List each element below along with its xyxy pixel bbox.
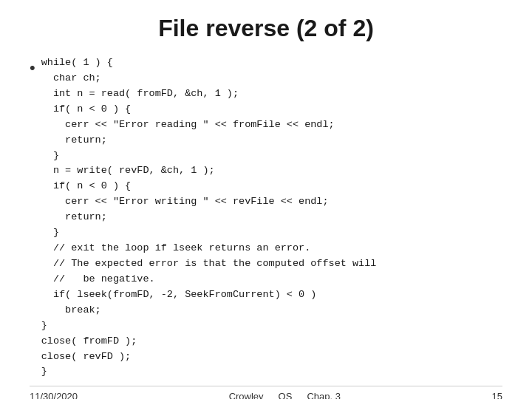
slide-title: File reverse (2 of 2) — [30, 15, 502, 42]
footer-date: 11/30/2020 — [30, 391, 78, 399]
slide: File reverse (2 of 2) • while( 1 ) { cha… — [0, 0, 532, 399]
bullet-point: • — [30, 57, 35, 380]
footer: 11/30/2020 Crowley OS Chap. 3 15 — [30, 386, 502, 399]
content-area: • while( 1 ) { char ch; int n = read( fr… — [30, 55, 502, 380]
code-block: while( 1 ) { char ch; int n = read( from… — [41, 55, 502, 380]
footer-page: 15 — [492, 391, 502, 399]
footer-author: Crowley — [229, 391, 264, 399]
footer-chapter: Chap. 3 — [307, 391, 341, 399]
footer-course: OS — [279, 391, 293, 399]
footer-center: Crowley OS Chap. 3 — [229, 391, 341, 399]
